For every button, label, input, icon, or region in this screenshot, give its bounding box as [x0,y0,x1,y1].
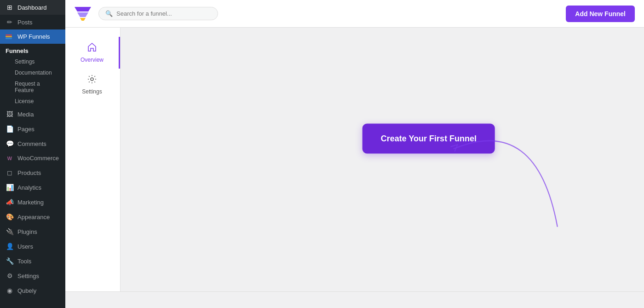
sidebar-item-label: Dashboard [17,4,47,11]
sidebar-item-label: Appearance [17,214,50,221]
main-area: Create Your First Funnel [121,28,644,291]
analytics-icon: 📊 [6,184,14,191]
sidebar-item-label: Pages [17,126,34,133]
sidebar-sub-settings[interactable]: Settings [0,56,65,67]
main-content: 🔍 Add New Funnel Overview [65,0,644,308]
sidebar-item-appearance[interactable]: 🎨 Appearance [0,209,65,224]
sidebar-item-plugins[interactable]: 🔌 Plugins [0,224,65,239]
sidebar-item-label: Users [17,243,33,250]
sidebar-item-qubely[interactable]: ◉ Qubely [0,283,65,298]
search-bar[interactable]: 🔍 [98,7,218,20]
wp-funnels-icon [6,35,14,39]
sidebar-item-products[interactable]: ◻ Products [0,165,65,180]
sidebar-item-analytics[interactable]: 📊 Analytics [0,180,65,195]
sidebar-item-media[interactable]: 🖼 Media [0,107,65,122]
sidebar-item-label: Analytics [17,184,41,191]
sidebar: ⊞ Dashboard ✏ Posts WP Funnels Funnels S… [0,0,65,308]
funnels-section-header: Funnels [0,44,65,56]
users-icon: 👤 [6,243,14,250]
sidebar-item-pages[interactable]: 📄 Pages [0,122,65,136]
wp-funnels-logo [75,6,91,22]
sidebar-item-label: WooCommerce [17,155,59,162]
posts-icon: ✏ [6,18,14,26]
sidebar-item-posts[interactable]: ✏ Posts [0,15,65,29]
tools-icon: 🔧 [6,257,14,265]
left-nav-overview[interactable]: Overview [65,37,120,69]
svg-marker-0 [75,7,91,12]
marketing-icon: 📣 [6,198,14,206]
arrow-illustration [121,28,644,291]
sidebar-sub-license[interactable]: License [0,96,65,107]
sidebar-item-label: Plugins [17,228,37,235]
content-body: Overview Settings Create Your First Funn… [65,28,644,291]
settings-nav-icon [87,74,97,87]
footer [65,291,644,308]
sidebar-item-label: Marketing [17,199,44,206]
products-icon: ◻ [6,169,14,176]
sidebar-item-wp-funnels[interactable]: WP Funnels [0,29,65,44]
search-icon: 🔍 [105,10,113,17]
sidebar-item-label: Settings [17,273,39,279]
topbar: 🔍 Add New Funnel [65,0,644,28]
topbar-left: 🔍 [75,6,218,22]
sidebar-item-dashboard[interactable]: ⊞ Dashboard [0,0,65,15]
sidebar-item-label: Products [17,169,41,176]
comments-icon: 💬 [6,140,14,147]
left-nav-settings-label: Settings [82,88,102,95]
sidebar-item-label: WP Funnels [17,33,50,40]
settings-icon: ⚙ [6,272,14,279]
sidebar-item-comments[interactable]: 💬 Comments [0,136,65,151]
sidebar-item-users[interactable]: 👤 Users [0,239,65,254]
sidebar-item-label: Comments [17,140,46,147]
svg-marker-1 [77,12,88,17]
search-input[interactable] [116,10,208,17]
sidebar-sub-documentation[interactable]: Documentation [0,67,65,78]
create-first-funnel-button[interactable]: Create Your First Funnel [362,123,495,153]
sidebar-sub-request-feature[interactable]: Request a Feature [0,78,65,96]
left-nav-settings[interactable]: Settings [65,69,120,100]
media-icon: 🖼 [6,110,14,118]
woocommerce-icon: W [6,156,14,161]
sidebar-item-label: Media [17,111,34,118]
qubely-icon: ◉ [6,287,14,294]
sidebar-item-label: Tools [17,258,31,265]
add-new-funnel-button[interactable]: Add New Funnel [566,6,635,22]
pages-icon: 📄 [6,125,14,133]
sidebar-item-woocommerce[interactable]: W WooCommerce [0,151,65,165]
sidebar-item-tools[interactable]: 🔧 Tools [0,254,65,268]
dashboard-icon: ⊞ [6,4,14,11]
sidebar-item-settings[interactable]: ⚙ Settings [0,268,65,283]
svg-marker-2 [80,18,86,21]
sidebar-item-label: Qubely [17,287,36,294]
plugins-icon: 🔌 [6,228,14,235]
left-nav-overview-label: Overview [80,57,104,63]
overview-icon [87,42,97,55]
svg-point-3 [91,78,93,81]
sidebar-item-label: Posts [17,19,33,26]
appearance-icon: 🎨 [6,213,14,221]
sidebar-item-marketing[interactable]: 📣 Marketing [0,195,65,209]
left-nav-panel: Overview Settings [65,28,121,291]
